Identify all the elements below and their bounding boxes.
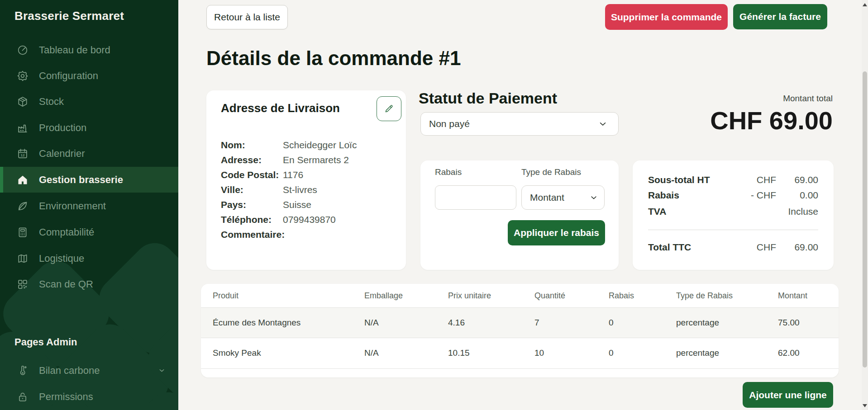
summary-label: Sous-total HT xyxy=(648,174,710,185)
pencil-icon xyxy=(384,104,394,114)
total-amount-value: CHF 69.00 xyxy=(710,106,833,135)
order-detail-page: Brasserie Sermaret Tableau de bord Confi… xyxy=(0,0,868,410)
address-field-row: Nom: Scheidegger Loïc xyxy=(206,140,406,151)
discount-card: Rabais Type de Rabais Montant Appliquer … xyxy=(420,160,619,270)
add-line-button[interactable]: Ajouter une ligne xyxy=(743,382,833,408)
summary-label: Rabais xyxy=(648,190,679,201)
discount-amount-input[interactable] xyxy=(435,185,516,210)
sidebar-item-scan-de-qr[interactable]: Scan de QR xyxy=(0,271,178,297)
field-value: Suisse xyxy=(283,199,311,210)
chevron-down-icon xyxy=(590,193,598,202)
table-divider xyxy=(201,307,839,308)
sidebar-item-label: Scan de QR xyxy=(39,278,93,290)
sidebar-item-label: Tableau de bord xyxy=(39,44,110,56)
summary-amount: 0.00 xyxy=(800,190,818,201)
sidebar-item-label: Calendrier xyxy=(39,148,85,160)
summary-total-row: Total TTC CHF 69.00 xyxy=(633,242,834,254)
home-icon xyxy=(16,174,29,186)
column-header: Montant xyxy=(778,284,807,307)
field-label: Code Postal: xyxy=(221,170,279,180)
page-title: Détails de la commande #1 xyxy=(206,47,461,70)
vertical-scrollbar[interactable] xyxy=(862,0,868,410)
leaf-icon xyxy=(16,200,29,212)
chevron-down-icon xyxy=(158,367,166,374)
discount-type-value: Montant xyxy=(530,192,564,203)
sidebar-item-label: Logistique xyxy=(39,253,84,264)
cell-prix-unitaire: 10.15 xyxy=(448,338,470,368)
sidebar-item-label: Permissions xyxy=(39,391,93,403)
address-field-row: Adresse: En Sermarets 2 xyxy=(206,155,406,166)
order-items-table: Produit Emballage Prix unitaire Quantité… xyxy=(201,284,839,377)
sidebar-item-label: Bilan carbone xyxy=(39,365,100,377)
sidebar-item-calendrier[interactable]: 12 Calendrier xyxy=(0,141,178,166)
summary-label: Total TTC xyxy=(648,242,691,253)
address-field-row: Code Postal: 1176 xyxy=(206,170,406,181)
sidebar-item-label: Environnement xyxy=(39,200,106,212)
cell-type-rabais: percentage xyxy=(676,338,719,368)
payment-status-value: Non payé xyxy=(429,118,470,129)
summary-divider xyxy=(648,230,818,230)
chevron-down-icon xyxy=(598,119,607,128)
summary-row: Sous-total HT CHF 69.00 xyxy=(633,174,834,186)
sidebar-item-configuration[interactable]: Configuration xyxy=(0,63,178,89)
payment-status-select[interactable]: Non payé xyxy=(420,112,619,136)
sidebar-item-gestion-brasserie[interactable]: Gestion brasserie xyxy=(0,167,178,193)
summary-currency: - CHF xyxy=(751,190,776,201)
total-amount-label: Montant total xyxy=(783,94,833,104)
field-label: Ville: xyxy=(221,184,243,195)
address-field-row: Téléphone: 0799439870 xyxy=(206,214,406,226)
address-field-row: Pays: Suisse xyxy=(206,199,406,211)
sidebar-item-environnement[interactable]: Environnement xyxy=(0,193,178,219)
discount-type-select[interactable]: Montant xyxy=(521,185,605,210)
sidebar-item-label: Comptabilité xyxy=(39,226,94,238)
scroll-up-arrow[interactable] xyxy=(863,3,867,6)
summary-row: Rabais - CHF 0.00 xyxy=(633,190,834,202)
delete-order-button[interactable]: Supprimer la commande xyxy=(605,4,728,30)
sidebar-item-production[interactable]: Production xyxy=(0,115,178,141)
field-label: Nom: xyxy=(221,140,245,151)
generate-invoice-button[interactable]: Générer la facture xyxy=(733,4,827,29)
sidebar-item-permissions[interactable]: Permissions xyxy=(0,384,178,410)
apply-discount-button[interactable]: Appliquer le rabais xyxy=(508,220,605,245)
svg-text:12: 12 xyxy=(20,153,25,157)
field-value: St-livres xyxy=(283,184,317,195)
table-row[interactable]: Smoky Peak N/A 10.15 10 0 percentage 62.… xyxy=(201,338,839,368)
field-value: 0799439870 xyxy=(283,214,336,225)
cell-produit: Smoky Peak xyxy=(213,338,261,368)
address-card-title: Adresse de Livraison xyxy=(221,101,340,115)
cell-quantite: 10 xyxy=(534,338,544,368)
sidebar-item-bilan-carbone[interactable]: Bilan carbone xyxy=(0,358,178,383)
table-divider xyxy=(201,338,839,338)
sidebar-item-label: Stock xyxy=(39,96,64,108)
admin-section-heading: Pages Admin xyxy=(14,336,77,348)
edit-address-button[interactable] xyxy=(377,96,401,121)
delivery-address-card: Adresse de Livraison Nom: Scheidegger Lo… xyxy=(206,90,406,270)
summary-amount: 69.00 xyxy=(794,174,818,185)
summary-label: TVA xyxy=(648,206,666,217)
summary-amount: Incluse xyxy=(788,206,818,217)
discount-type-label: Type de Rabais xyxy=(521,167,581,177)
map-icon xyxy=(16,252,29,265)
back-to-list-button[interactable]: Retour à la liste xyxy=(206,5,288,29)
cell-prix-unitaire: 4.16 xyxy=(448,307,465,338)
cell-montant: 75.00 xyxy=(778,307,800,338)
discount-amount-label: Rabais xyxy=(435,167,462,177)
sidebar-item-comptabilite[interactable]: Comptabilité xyxy=(0,219,178,245)
field-value: 1176 xyxy=(283,170,303,180)
qr-code-icon xyxy=(16,278,29,291)
factory-icon xyxy=(16,122,29,134)
sidebar-item-tableau-de-bord[interactable]: Tableau de bord xyxy=(0,37,178,63)
cell-rabais: 0 xyxy=(609,338,614,368)
address-field-row: Commentaire: xyxy=(206,229,406,241)
sidebar-item-logistique[interactable]: Logistique xyxy=(0,245,178,271)
cell-rabais: 0 xyxy=(609,307,614,338)
field-label: Téléphone: xyxy=(221,214,272,225)
app-title: Brasserie Sermaret xyxy=(14,9,124,23)
calendar-icon: 12 xyxy=(16,147,29,160)
scroll-down-arrow[interactable] xyxy=(863,404,867,407)
package-icon xyxy=(16,95,29,108)
scrollbar-thumb[interactable] xyxy=(863,71,867,368)
table-row[interactable]: Écume des Montagnes N/A 4.16 7 0 percent… xyxy=(201,307,839,338)
sidebar-item-stock[interactable]: Stock xyxy=(0,89,178,114)
field-label: Commentaire: xyxy=(221,229,285,240)
